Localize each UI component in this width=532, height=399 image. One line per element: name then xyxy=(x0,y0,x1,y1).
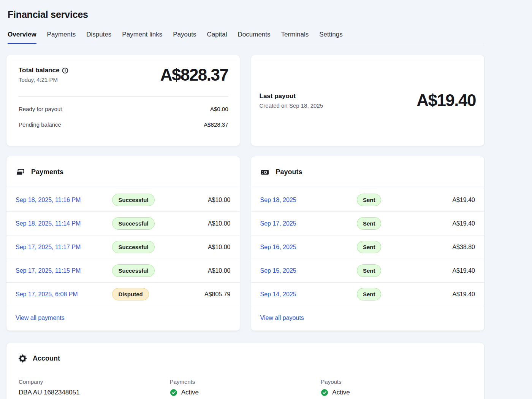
payouts-status-label: Payouts xyxy=(321,378,472,385)
balance-row-ready: Ready for payout A$0.00 xyxy=(19,106,228,112)
tab-payment-links[interactable]: Payment links xyxy=(122,30,162,44)
total-balance-amount: A$828.37 xyxy=(160,67,228,83)
balance-timestamp: Today, 4:21 PM xyxy=(19,76,68,83)
payouts-card-title: Payouts xyxy=(276,168,302,176)
payment-row: Sep 17, 2025, 11:17 PM Successful A$10.0… xyxy=(6,235,240,259)
last-payout-card: Last payout Created on Sep 18, 2025 A$19… xyxy=(251,55,485,146)
gear-icon xyxy=(19,354,27,362)
payout-row: Sep 17, 2025 Sent A$19.40 xyxy=(251,212,484,235)
status-badge: Successful xyxy=(112,264,154,277)
payment-date-link[interactable]: Sep 17, 2025, 11:17 PM xyxy=(16,244,112,251)
status-badge: Sent xyxy=(357,264,382,277)
payouts-card: Payouts Sep 18, 2025 Sent A$19.40 Sep 17… xyxy=(251,156,485,331)
payment-date-link[interactable]: Sep 17, 2025, 6:08 PM xyxy=(16,291,112,298)
ready-for-payout-value: A$0.00 xyxy=(210,106,228,112)
tab-payouts[interactable]: Payouts xyxy=(173,30,196,44)
view-all-payments-link[interactable]: View all payments xyxy=(16,315,65,321)
payments-card: Payments Sep 18, 2025, 11:16 PM Successf… xyxy=(6,156,240,331)
last-payout-amount: A$19.40 xyxy=(416,92,476,109)
payout-row: Sep 16, 2025 Sent A$38.80 xyxy=(251,235,484,259)
payment-date-link[interactable]: Sep 18, 2025, 11:16 PM xyxy=(16,197,112,203)
payment-amount: A$805.79 xyxy=(204,291,231,298)
payment-date-link[interactable]: Sep 17, 2025, 11:15 PM xyxy=(16,267,112,274)
account-card: Account Company DBA AU 1682348051 Paymen… xyxy=(6,343,484,399)
total-balance-card: Total balance Today, 4:21 PM A$828.37 xyxy=(6,55,240,146)
account-field-payments: Payments Active xyxy=(170,378,321,396)
payment-amount: A$10.00 xyxy=(208,220,231,227)
tab-documents[interactable]: Documents xyxy=(238,30,271,44)
account-field-payouts: Payouts Active xyxy=(321,378,472,396)
tab-payments[interactable]: Payments xyxy=(47,30,76,44)
tab-overview[interactable]: Overview xyxy=(8,30,36,44)
payout-row: Sep 18, 2025 Sent A$19.40 xyxy=(251,188,484,212)
tab-capital[interactable]: Capital xyxy=(207,30,227,44)
payout-amount: A$19.40 xyxy=(452,291,475,298)
check-circle-icon xyxy=(321,389,328,396)
last-payout-date: Created on Sep 18, 2025 xyxy=(260,102,323,109)
divider xyxy=(19,96,228,97)
payout-date-link[interactable]: Sep 14, 2025 xyxy=(260,291,357,298)
page-title: Financial services xyxy=(6,9,484,20)
payout-amount: A$19.40 xyxy=(452,267,475,274)
payout-amount: A$19.40 xyxy=(452,197,475,203)
status-badge: Disputed xyxy=(112,288,149,301)
status-badge: Successful xyxy=(112,217,154,230)
status-badge: Successful xyxy=(112,241,154,254)
pending-balance-label: Pending balance xyxy=(19,121,61,128)
total-balance-title: Total balance xyxy=(19,67,59,74)
payout-date-link[interactable]: Sep 16, 2025 xyxy=(260,244,357,251)
payout-amount: A$19.40 xyxy=(452,220,475,227)
payments-status-value: Active xyxy=(181,389,199,396)
tab-terminals[interactable]: Terminals xyxy=(281,30,309,44)
payout-row: Sep 15, 2025 Sent A$19.40 xyxy=(251,259,484,283)
payment-row: Sep 17, 2025, 6:08 PM Disputed A$805.79 xyxy=(6,283,240,306)
payment-row: Sep 17, 2025, 11:15 PM Successful A$10.0… xyxy=(6,259,240,283)
payment-amount: A$10.00 xyxy=(208,197,231,203)
last-payout-title: Last payout xyxy=(260,92,323,100)
tab-settings[interactable]: Settings xyxy=(319,30,342,44)
payouts-status-value: Active xyxy=(332,389,350,396)
payout-date-link[interactable]: Sep 17, 2025 xyxy=(260,220,357,227)
banknote-icon xyxy=(260,168,269,176)
tab-bar: Overview Payments Disputes Payment links… xyxy=(6,30,484,44)
payout-date-link[interactable]: Sep 18, 2025 xyxy=(260,197,357,203)
payout-date-link[interactable]: Sep 15, 2025 xyxy=(260,267,357,274)
account-field-company: Company DBA AU 1682348051 xyxy=(19,378,170,396)
pending-balance-value: A$828.37 xyxy=(204,121,228,128)
status-badge: Sent xyxy=(357,194,382,207)
main-content: Financial services Overview Payments Dis… xyxy=(6,0,484,399)
status-badge: Successful xyxy=(112,194,154,207)
company-label: Company xyxy=(19,378,170,385)
tab-disputes[interactable]: Disputes xyxy=(86,30,111,44)
payment-amount: A$10.00 xyxy=(208,244,231,251)
payments-status-label: Payments xyxy=(170,378,321,385)
payment-row: Sep 18, 2025, 11:14 PM Successful A$10.0… xyxy=(6,212,240,235)
account-card-title: Account xyxy=(33,354,60,362)
view-all-payouts-link[interactable]: View all payouts xyxy=(260,315,304,321)
payment-date-link[interactable]: Sep 18, 2025, 11:14 PM xyxy=(16,220,112,227)
payment-amount: A$10.00 xyxy=(208,267,231,274)
company-value: DBA AU 1682348051 xyxy=(19,389,170,396)
info-icon[interactable] xyxy=(62,67,68,74)
payment-row: Sep 18, 2025, 11:16 PM Successful A$10.0… xyxy=(6,188,240,212)
status-badge: Sent xyxy=(357,241,382,254)
status-badge: Sent xyxy=(357,288,382,301)
payments-card-title: Payments xyxy=(31,168,63,176)
ready-for-payout-label: Ready for payout xyxy=(19,106,62,112)
payout-amount: A$38.80 xyxy=(452,244,475,251)
balance-row-pending: Pending balance A$828.37 xyxy=(19,121,228,128)
check-circle-icon xyxy=(170,389,177,396)
payout-row: Sep 14, 2025 Sent A$19.40 xyxy=(251,283,484,306)
status-badge: Sent xyxy=(357,217,382,230)
credit-card-icon xyxy=(16,168,25,176)
